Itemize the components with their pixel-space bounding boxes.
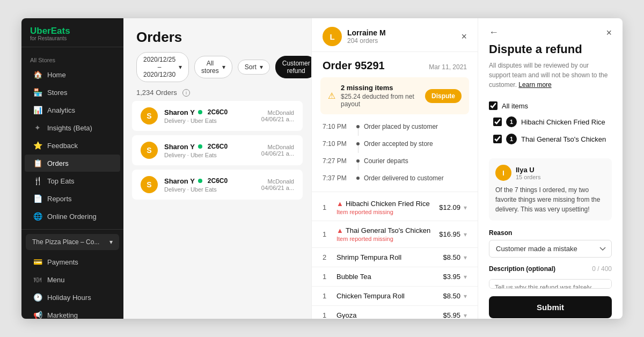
marketing-icon: 📢 — [33, 311, 42, 319]
order-item-row[interactable]: 2 Shrimp Tempura Roll $8.50 ▾ — [312, 248, 478, 267]
panel-customer: L Lorraine M 204 orders — [323, 27, 386, 46]
warning-icon: ▲ — [336, 226, 343, 235]
review-text: Of the 7 things I ordered, my two favori… — [495, 185, 605, 214]
sidebar-item-holiday-hours[interactable]: 🕐 Holiday Hours — [25, 289, 120, 306]
order-timeline: 7:10 PM Order placed by customer 7:10 PM… — [312, 121, 478, 189]
order-item-row[interactable]: 1 Chicken Tempura Roll $8.50 ▾ — [312, 287, 478, 306]
sidebar-item-stores[interactable]: 🏪 Stores — [25, 84, 120, 101]
chevron-right-icon: ▾ — [464, 204, 467, 211]
status-dot — [198, 144, 202, 149]
chevron-right-icon: ▾ — [464, 312, 467, 319]
table-row[interactable]: S Sharon Y 2C6C0 Delivery · Uber Eats Mc… — [132, 170, 303, 200]
learn-more-link[interactable]: Learn more — [518, 81, 551, 89]
sidebar-item-feedback[interactable]: ⭐ Feedback — [25, 137, 120, 154]
avatar: S — [141, 176, 158, 193]
sidebar-item-orders[interactable]: 📋 Orders — [25, 155, 120, 172]
reason-select[interactable]: Customer made a mistake Items were inclu… — [489, 240, 612, 258]
sidebar-item-label: Home — [47, 71, 66, 79]
sort-label: Sort — [245, 63, 257, 71]
reviewer-avatar: I — [495, 165, 511, 181]
sidebar-item-home[interactable]: 🏠 Home — [25, 66, 120, 83]
description-textarea[interactable] — [489, 279, 612, 289]
dispute-items-group: All items 1 Hibachi Chicken Fried Rice 1… — [489, 98, 612, 148]
item-1-checkbox[interactable] — [493, 118, 502, 126]
table-row[interactable]: S Sharon Y 2C6C0 Delivery · Uber Eats Mc… — [132, 135, 303, 165]
close-button[interactable]: × — [461, 32, 467, 41]
chevron-right-icon: ▾ — [464, 273, 467, 281]
item-qty: 1 — [323, 292, 332, 300]
item-qty: 1 — [323, 230, 332, 238]
logo-uber: Uber — [30, 26, 51, 36]
order-name: Sharon Y 2C6C0 — [164, 108, 255, 116]
sidebar-item-analytics[interactable]: 📊 Analytics — [25, 101, 120, 119]
order-info: Sharon Y 2C6C0 Delivery · Uber Eats — [164, 177, 255, 193]
back-button[interactable]: ← — [489, 27, 499, 38]
item-2-checkbox-row[interactable]: 1 Thai General Tso's Chicken — [493, 130, 612, 148]
order-right: McDonald 04/06/21 a... — [261, 109, 294, 122]
timeline-time: 7:27 PM — [323, 157, 352, 170]
dispute-panel: ← × Dispute a refund All disputes will b… — [478, 18, 623, 319]
item-price: $16.95 — [437, 230, 460, 238]
timeline-event: Courier departs — [364, 157, 408, 170]
timeline-item: 7:27 PM Courier departs — [323, 155, 467, 172]
main-toolbar: 2020/12/25 – 2020/12/30 ▾ All stores ▾ S… — [123, 52, 311, 89]
timeline-event: Order accepted by store — [364, 140, 433, 153]
insights-icon: ✦ — [33, 123, 42, 132]
sidebar-item-reports[interactable]: 📄 Reports — [25, 190, 120, 207]
sidebar-item-label: Top Eats — [47, 177, 75, 185]
item-name: Bubble Tea — [336, 273, 433, 281]
order-right: McDonald 04/06/21 a... — [261, 178, 294, 191]
feedback-icon: ⭐ — [33, 141, 42, 150]
sidebar-item-online-ordering[interactable]: 🌐 Online Ordering — [25, 208, 120, 225]
orders-table: S Sharon Y 2C6C0 Delivery · Uber Eats Mc… — [123, 101, 311, 319]
submit-button[interactable]: Submit — [489, 296, 612, 318]
item-1-checkbox-row[interactable]: 1 Hibachi Chicken Fried Rice — [493, 113, 612, 130]
all-items-checkbox[interactable] — [489, 101, 497, 110]
table-row[interactable]: S Sharon Y 2C6C0 Delivery · Uber Eats Mc… — [132, 101, 303, 131]
order-info: Sharon Y 2C6C0 Delivery · Uber Eats — [164, 108, 255, 124]
order-info: Sharon Y 2C6C0 Delivery · Uber Eats — [164, 143, 255, 158]
sort-button[interactable]: Sort ▾ — [238, 60, 270, 75]
sidebar-item-marketing[interactable]: 📢 Marketing — [25, 306, 120, 319]
back-icon: ← — [489, 27, 499, 38]
all-items-label: All items — [502, 102, 528, 110]
all-items-checkbox-row[interactable]: All items — [489, 98, 612, 113]
dispute-button[interactable]: Dispute — [425, 89, 462, 103]
orders-count-label: 1,234 Orders — [136, 89, 177, 97]
sidebar-item-topeats[interactable]: 🍴 Top Eats — [25, 172, 120, 189]
reports-icon: 📄 — [33, 194, 42, 203]
date-filter-button[interactable]: 2020/12/25 – 2020/12/30 ▾ — [136, 52, 189, 82]
order-item-row[interactable]: 1 ▲Thai General Tso's Chicken Item repor… — [312, 221, 478, 248]
sidebar-item-insights[interactable]: ✦ Insights (Beta) — [25, 119, 120, 136]
order-item-row[interactable]: 1 ▲Hibachi Chicken Fried Rice Item repor… — [312, 194, 478, 221]
order-name: Sharon Y 2C6C0 — [164, 177, 255, 185]
item-name: ▲Hibachi Chicken Fried Rice — [336, 200, 433, 208]
store-filter-button[interactable]: All stores ▾ — [194, 56, 232, 78]
item-2-checkbox[interactable] — [493, 135, 502, 143]
sidebar-item-label: Orders — [47, 159, 69, 167]
sidebar-item-payments[interactable]: 💳 Payments — [25, 253, 120, 270]
chevron-right-icon: ▾ — [464, 231, 467, 238]
avatar: S — [141, 142, 158, 159]
item-qty: 1 — [323, 311, 332, 319]
sidebar-all-stores-label: All Stores — [21, 50, 123, 65]
sidebar-item-menu[interactable]: 🍽 Menu — [25, 271, 120, 288]
order-number: Order 95291 — [323, 60, 385, 72]
customer-refund-tab[interactable]: Customer refund — [275, 56, 311, 78]
timeline-event: Order placed by customer — [364, 123, 438, 136]
close-dispute-button[interactable]: × — [606, 28, 612, 38]
order-item-row[interactable]: 1 Gyoza $5.95 ▾ — [312, 306, 478, 319]
sidebar-item-label: Menu — [47, 276, 65, 284]
chevron-down-icon: ▾ — [179, 63, 182, 71]
store-selector[interactable]: The Pizza Place – Co... ▾ — [26, 234, 119, 250]
dispute-panel-header: ← × — [489, 27, 612, 38]
warning-icon: ▲ — [336, 200, 343, 208]
order-item-row[interactable]: 1 Bubble Tea $3.95 ▾ — [312, 267, 478, 287]
dispute-banner-title: 2 missing items — [341, 84, 420, 92]
close-icon: × — [606, 27, 612, 38]
warning-icon: ⚠ — [328, 91, 335, 101]
item-qty: 2 — [323, 253, 332, 261]
app-logo: UberEats for Restaurants — [21, 18, 123, 47]
timeline-event: Order delivered to customer — [364, 174, 444, 182]
reviewer-name: Ilya U — [516, 166, 540, 174]
